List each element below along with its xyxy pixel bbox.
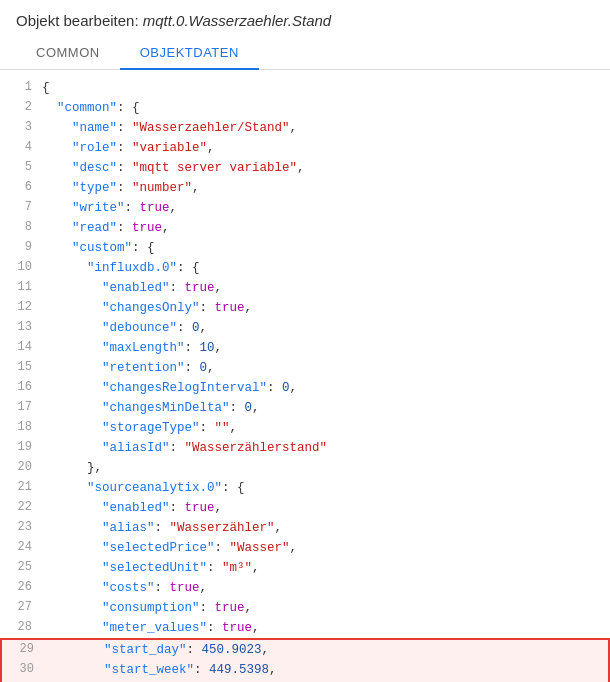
code-line: 13 "debounce": 0,	[0, 318, 610, 338]
line-number: 1	[4, 78, 32, 98]
line-content: "sourceanalytix.0": {	[42, 478, 606, 498]
code-line: 8 "read": true,	[0, 218, 610, 238]
line-content: "start_week": 449.5398,	[44, 660, 604, 680]
tab-bar: COMMON OBJEKTDATEN	[0, 37, 610, 70]
code-line: 4 "role": "variable",	[0, 138, 610, 158]
line-number: 27	[4, 598, 32, 618]
line-number: 25	[4, 558, 32, 578]
line-content: "enabled": true,	[42, 278, 606, 298]
line-number: 15	[4, 358, 32, 378]
line-content: "read": true,	[42, 218, 606, 238]
code-line: 18 "storageType": "",	[0, 418, 610, 438]
line-number: 16	[4, 378, 32, 398]
line-content: "selectedUnit": "m³",	[42, 558, 606, 578]
line-number: 26	[4, 578, 32, 598]
line-content: },	[42, 458, 606, 478]
code-line: 5 "desc": "mqtt server variable",	[0, 158, 610, 178]
line-content: "selectedPrice": "Wasser",	[42, 538, 606, 558]
line-number: 12	[4, 298, 32, 318]
line-number: 30	[6, 660, 34, 680]
code-line: 26 "costs": true,	[0, 578, 610, 598]
line-number: 3	[4, 118, 32, 138]
line-number: 11	[4, 278, 32, 298]
code-line: 1{	[0, 78, 610, 98]
code-line: 28 "meter_values": true,	[0, 618, 610, 638]
line-content: "debounce": 0,	[42, 318, 606, 338]
line-number: 28	[4, 618, 32, 638]
line-number: 18	[4, 418, 32, 438]
line-content: "common": {	[42, 98, 606, 118]
line-content: "consumption": true,	[42, 598, 606, 618]
line-content: "enabled": true,	[42, 498, 606, 518]
line-number: 10	[4, 258, 32, 278]
line-content: "storageType": "",	[42, 418, 606, 438]
line-number: 19	[4, 438, 32, 458]
line-content: "changesMinDelta": 0,	[42, 398, 606, 418]
code-line: 29 "start_day": 450.9023,	[0, 638, 610, 660]
tab-objektdaten[interactable]: OBJEKTDATEN	[120, 37, 259, 70]
line-number: 8	[4, 218, 32, 238]
code-line: 2 "common": {	[0, 98, 610, 118]
code-line: 12 "changesOnly": true,	[0, 298, 610, 318]
line-content: "maxLength": 10,	[42, 338, 606, 358]
line-content: {	[42, 78, 606, 98]
line-content: "changesRelogInterval": 0,	[42, 378, 606, 398]
code-line: 21 "sourceanalytix.0": {	[0, 478, 610, 498]
line-content: "costs": true,	[42, 578, 606, 598]
line-content: "custom": {	[42, 238, 606, 258]
code-line: 6 "type": "number",	[0, 178, 610, 198]
line-number: 21	[4, 478, 32, 498]
line-number: 6	[4, 178, 32, 198]
line-number: 2	[4, 98, 32, 118]
code-line: 17 "changesMinDelta": 0,	[0, 398, 610, 418]
line-content: "type": "number",	[42, 178, 606, 198]
line-content: "aliasId": "Wasserzählerstand"	[42, 438, 606, 458]
code-line: 10 "influxdb.0": {	[0, 258, 610, 278]
code-line: 11 "enabled": true,	[0, 278, 610, 298]
line-number: 4	[4, 138, 32, 158]
code-line: 7 "write": true,	[0, 198, 610, 218]
code-editor: 1{2 "common": {3 "name": "Wasserzaehler/…	[0, 70, 610, 682]
line-content: "changesOnly": true,	[42, 298, 606, 318]
line-content: "alias": "Wasserzähler",	[42, 518, 606, 538]
line-number: 24	[4, 538, 32, 558]
line-content: "start_day": 450.9023,	[44, 640, 604, 660]
line-number: 9	[4, 238, 32, 258]
line-content: "role": "variable",	[42, 138, 606, 158]
line-content: "name": "Wasserzaehler/Stand",	[42, 118, 606, 138]
line-content: "meter_values": true,	[42, 618, 606, 638]
code-line: 24 "selectedPrice": "Wasser",	[0, 538, 610, 558]
line-number: 17	[4, 398, 32, 418]
tab-common[interactable]: COMMON	[16, 37, 120, 70]
line-number: 23	[4, 518, 32, 538]
code-line: 23 "alias": "Wasserzähler",	[0, 518, 610, 538]
line-number: 14	[4, 338, 32, 358]
code-line: 15 "retention": 0,	[0, 358, 610, 378]
line-content: "retention": 0,	[42, 358, 606, 378]
line-content: "write": true,	[42, 198, 606, 218]
code-line: 14 "maxLength": 10,	[0, 338, 610, 358]
line-number: 13	[4, 318, 32, 338]
code-line: 30 "start_week": 449.5398,	[0, 660, 610, 680]
code-line: 19 "aliasId": "Wasserzählerstand"	[0, 438, 610, 458]
code-line: 25 "selectedUnit": "m³",	[0, 558, 610, 578]
code-line: 20 },	[0, 458, 610, 478]
code-line: 3 "name": "Wasserzaehler/Stand",	[0, 118, 610, 138]
code-line: 16 "changesRelogInterval": 0,	[0, 378, 610, 398]
code-line: 27 "consumption": true,	[0, 598, 610, 618]
line-number: 7	[4, 198, 32, 218]
line-number: 29	[6, 640, 34, 660]
code-line: 9 "custom": {	[0, 238, 610, 258]
code-line: 22 "enabled": true,	[0, 498, 610, 518]
line-number: 22	[4, 498, 32, 518]
page-title: Objekt bearbeiten: mqtt.0.Wasserzaehler.…	[0, 0, 610, 37]
line-content: "influxdb.0": {	[42, 258, 606, 278]
line-number: 20	[4, 458, 32, 478]
line-content: "desc": "mqtt server variable",	[42, 158, 606, 178]
line-number: 5	[4, 158, 32, 178]
